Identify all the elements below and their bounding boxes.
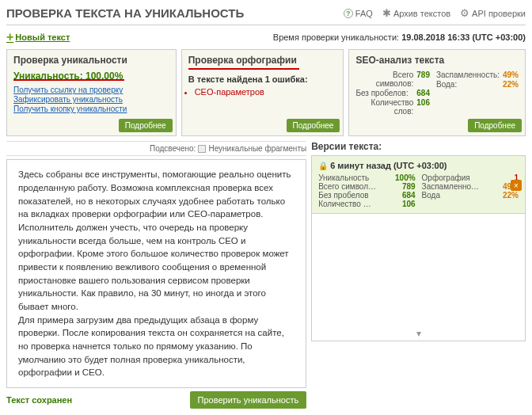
- archive-link[interactable]: ✱Архив текстов: [382, 7, 450, 19]
- v-words: 106: [402, 200, 416, 208]
- fix-uniqueness-link[interactable]: Зафиксировать уникальность: [13, 95, 169, 104]
- saved-message: Текст сохранен: [6, 395, 72, 405]
- page-title: ПРОВЕРКА ТЕКСТА НА УНИКАЛЬНОСТЬ: [6, 6, 244, 20]
- chevron-down-icon[interactable]: ▾: [415, 326, 423, 341]
- versions-box: 🔒 6 минут назад (UTC +03:00) × Уникально…: [311, 155, 526, 341]
- version-entry[interactable]: 🔒 6 минут назад (UTC +03:00) × Уникально…: [312, 156, 525, 214]
- spelling-found: В тексте найдена 1 ошибка:: [188, 74, 337, 84]
- uniqueness-value-line: Уникальность: 100.00%: [13, 70, 169, 82]
- archive-icon: ✱: [382, 7, 391, 19]
- legend: Подсвечено:Неуникальные фрагменты: [6, 141, 306, 156]
- v-water: 22%: [503, 191, 519, 200]
- spell-more-button[interactable]: Подробнее: [287, 119, 340, 132]
- seo-words: 106: [416, 98, 430, 116]
- spelling-card: Проверка орфографии В тексте найдена 1 о…: [181, 49, 344, 136]
- v-nosp: 684: [402, 191, 416, 200]
- new-text-link[interactable]: + Новый текст: [6, 30, 70, 44]
- check-timestamp: Время проверки уникальности: 19.08.2018 …: [273, 32, 526, 42]
- seo-water: 22%: [503, 80, 519, 89]
- api-link[interactable]: ⚙API проверки: [460, 7, 526, 19]
- uniqueness-title: Проверка уникальности: [13, 55, 169, 66]
- check-uniqueness-button[interactable]: Проверить уникальность: [190, 391, 307, 409]
- versions-title: Версии текста:: [311, 141, 526, 152]
- uniq-more-button[interactable]: Подробнее: [119, 119, 173, 132]
- seo-more-button[interactable]: Подробнее: [468, 119, 522, 132]
- version-close-button[interactable]: ×: [511, 180, 522, 191]
- seo-no-sp: 684: [416, 89, 430, 97]
- faq-link[interactable]: ?FAQ: [344, 7, 373, 19]
- seo-card: SEO-анализ текста Всего символов:789 Без…: [348, 49, 526, 136]
- v-uniq: 100%: [395, 173, 416, 182]
- get-link[interactable]: Получить ссылку на проверку: [13, 86, 169, 94]
- spelling-error-item: СЕО-параметров: [195, 87, 337, 97]
- get-button-link[interactable]: Получить кнопку уникальности: [13, 105, 169, 113]
- seo-title: SEO-анализ текста: [355, 55, 519, 66]
- legend-swatch: [198, 145, 206, 153]
- v-all: 789: [402, 182, 416, 191]
- uniqueness-card: Проверка уникальности Уникальность: 100.…: [6, 49, 177, 136]
- help-icon: ?: [344, 9, 353, 18]
- text-content[interactable]: Здесь собраны все инструменты, помогающи…: [6, 159, 306, 388]
- spelling-title: Проверка орфографии: [188, 55, 337, 66]
- seo-all-chars: 789: [416, 70, 430, 88]
- lock-icon: 🔒: [318, 162, 328, 170]
- version-time: 6 минут назад (UTC +03:00): [330, 161, 446, 170]
- gear-icon: ⚙: [460, 7, 469, 19]
- plus-icon: +: [6, 30, 13, 44]
- seo-spam: 49%: [503, 70, 519, 79]
